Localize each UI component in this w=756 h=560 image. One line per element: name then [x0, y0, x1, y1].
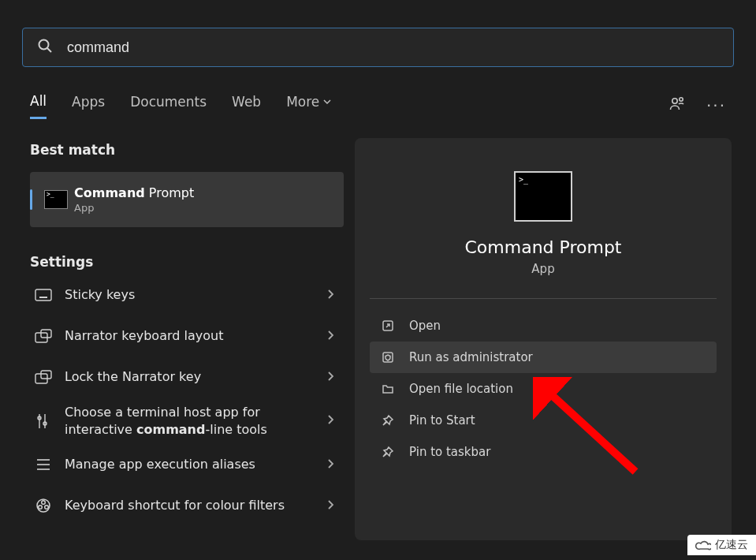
settings-item-label: Choose a terminal host app for interacti…	[65, 404, 326, 438]
tab-web[interactable]: Web	[232, 94, 261, 118]
action-open-file-location[interactable]: Open file location	[370, 373, 717, 405]
action-label: Open file location	[409, 382, 513, 396]
action-label: Pin to taskbar	[409, 445, 490, 459]
divider	[370, 298, 717, 299]
settings-item-label: Sticky keys	[65, 286, 326, 304]
chevron-right-icon	[326, 413, 334, 428]
watermark-text: 亿速云	[715, 538, 748, 552]
pin-icon	[381, 414, 395, 427]
action-run-as-administrator[interactable]: Run as administrator	[370, 342, 717, 373]
colour-filter-icon	[35, 498, 52, 513]
search-icon	[37, 38, 53, 57]
tabs: All Apps Documents Web More	[30, 93, 332, 119]
tab-apps[interactable]: Apps	[72, 94, 105, 118]
watermark: 亿速云	[687, 535, 756, 555]
preview-panel: Command Prompt App Open Run as administr…	[355, 138, 732, 540]
settings-list: Sticky keys Narrator keyboard layout Loc…	[30, 274, 344, 526]
settings-item-narrator-layout[interactable]: Narrator keyboard layout	[30, 315, 344, 357]
svg-rect-13	[41, 371, 51, 379]
settings-item-execution-aliases[interactable]: Manage app execution aliases	[30, 444, 344, 485]
settings-item-label: Keyboard shortcut for colour filters	[65, 497, 326, 514]
svg-point-27	[45, 506, 49, 510]
tab-more[interactable]: More	[286, 94, 332, 118]
settings-item-colour-filters[interactable]: Keyboard shortcut for colour filters	[30, 485, 344, 526]
settings-item-label: Lock the Narrator key	[65, 368, 326, 386]
svg-rect-4	[35, 289, 51, 301]
tab-row: All Apps Documents Web More ···	[30, 88, 726, 123]
actions-list: Open Run as administrator Open file loca…	[370, 310, 717, 468]
settings-item-label: Narrator keyboard layout	[65, 327, 326, 345]
pin-icon	[381, 446, 395, 458]
action-label: Pin to Start	[409, 413, 475, 427]
folder-icon	[381, 383, 395, 395]
best-match-header: Best match	[30, 142, 344, 158]
shield-icon	[381, 351, 395, 364]
tab-all[interactable]: All	[30, 93, 47, 119]
action-open[interactable]: Open	[370, 310, 717, 342]
action-label: Run as administrator	[409, 350, 533, 364]
preview-title: Command Prompt	[465, 237, 622, 257]
tab-more-label: More	[286, 94, 319, 110]
terminal-host-icon	[35, 413, 52, 430]
search-bar[interactable]	[22, 28, 734, 67]
chevron-down-icon	[322, 94, 332, 110]
search-input[interactable]	[67, 39, 719, 56]
settings-header: Settings	[30, 254, 344, 270]
settings-item-sticky-keys[interactable]: Sticky keys	[30, 274, 344, 315]
tab-documents[interactable]: Documents	[130, 94, 207, 118]
settings-item-terminal-host[interactable]: Choose a terminal host app for interacti…	[30, 398, 344, 444]
svg-point-0	[39, 40, 49, 50]
action-label: Open	[409, 319, 441, 333]
action-pin-to-start[interactable]: Pin to Start	[370, 405, 717, 436]
aliases-icon	[35, 457, 52, 472]
svg-rect-11	[41, 330, 51, 338]
accounts-icon[interactable]	[668, 95, 686, 116]
chevron-right-icon	[326, 457, 334, 472]
svg-point-26	[39, 506, 43, 510]
preview-app-icon	[514, 171, 572, 222]
cloud-icon	[695, 539, 711, 551]
more-options-icon[interactable]: ···	[706, 96, 726, 115]
action-pin-to-taskbar[interactable]: Pin to taskbar	[370, 436, 717, 468]
narrator-lock-icon	[35, 370, 52, 384]
svg-point-2	[672, 99, 677, 103]
svg-point-25	[42, 501, 46, 505]
open-icon	[381, 319, 395, 332]
keyboard-icon	[35, 289, 52, 301]
best-match-item[interactable]: Command Prompt App	[30, 172, 344, 227]
command-prompt-icon	[44, 190, 68, 209]
settings-item-label: Manage app execution aliases	[65, 456, 326, 473]
svg-line-1	[47, 48, 51, 52]
chevron-right-icon	[326, 498, 334, 513]
best-match-title: Command Prompt	[74, 185, 194, 200]
narrator-keyboard-icon	[35, 329, 52, 343]
chevron-right-icon	[326, 370, 334, 385]
svg-point-3	[680, 98, 683, 101]
preview-subtitle: App	[531, 262, 554, 276]
settings-item-lock-narrator[interactable]: Lock the Narrator key	[30, 357, 344, 398]
chevron-right-icon	[326, 329, 334, 344]
results-panel: Best match Command Prompt App Settings S…	[30, 142, 344, 526]
chevron-right-icon	[326, 288, 334, 303]
best-match-subtitle: App	[74, 202, 194, 214]
